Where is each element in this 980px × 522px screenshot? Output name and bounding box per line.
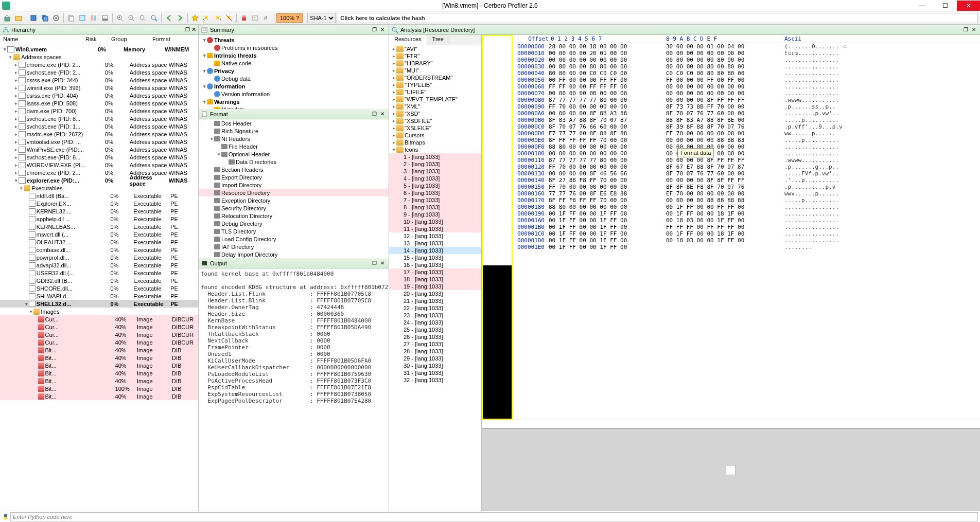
hex-line[interactable]: 0000019000 1F FF 00 00 1F FF 0000 1F FF … [513, 210, 980, 217]
tree-row[interactable]: advapi32.dll... 0% Executable PE [0, 261, 198, 269]
resource-folder[interactable]: ▸"XSD" [389, 110, 481, 117]
preview-vscroll[interactable] [972, 429, 980, 502]
resource-hscroll[interactable] [389, 502, 481, 511]
hex-line[interactable]: 0000000028 00 00 00 18 00 00 0030 00 00 … [513, 43, 980, 50]
tree-row[interactable]: ntdll.dll (Ba... 0% Executable PE [0, 192, 198, 200]
hex-line[interactable]: 00000150FF 70 00 00 00 00 00 008F 8F 8E … [513, 184, 980, 190]
risk-badge[interactable]: 100% ? [276, 13, 303, 23]
hex-line[interactable]: 0000016077 77 76 00 8F E6 E8 88EF 70 00 … [513, 190, 980, 197]
tb-clearbm-icon[interactable] [224, 13, 234, 23]
resource-item[interactable]: 11 - [lang:1033] [389, 225, 481, 232]
resource-item[interactable]: 20 - [lang:1033] [389, 290, 481, 297]
resource-item[interactable]: 26 - [lang:1033] [389, 333, 481, 340]
tree-row[interactable]: ▸ svchost.exe (PID: 1... 0% Address spac… [0, 122, 198, 130]
panel-close-icon[interactable]: ✕ [378, 111, 387, 118]
resource-item[interactable]: 30 - [lang:1033] [389, 362, 481, 369]
hex-line[interactable]: 0000010000 00 00 00 00 00 00 0000 00 00 … [513, 150, 980, 157]
format-row[interactable]: ▾Optional Header [199, 150, 389, 158]
resource-folder[interactable]: ▸"TYPELIB" [389, 81, 481, 88]
tree-row[interactable]: Explorer.EX... 0% Executable PE [0, 200, 198, 207]
format-row[interactable]: File Header [199, 142, 389, 150]
maximize-button[interactable]: ☐ [934, 1, 957, 11]
tree-row[interactable]: ▸ csrss.exe (PID: 404) 0% Address space … [0, 92, 198, 99]
hex-line[interactable]: 000000D0F7 77 77 00 8F 88 8E 88EF 70 00 … [513, 130, 980, 137]
preview-tree
-hscroll[interactable] [482, 502, 972, 511]
python-input[interactable] [10, 512, 978, 521]
expand-icon[interactable]: ▸ [14, 70, 19, 75]
expand-icon[interactable]: ▸ [14, 139, 19, 145]
format-row[interactable]: Delay Import Directory [199, 250, 389, 258]
tree-row[interactable]: GDI32.dll (B... 0% Executable PE [0, 277, 198, 284]
resource-folder[interactable]: ▸Bitmaps [389, 139, 481, 146]
expand-icon[interactable]: ▾ [29, 309, 33, 314]
tb-search-icon[interactable] [149, 13, 159, 23]
resource-item[interactable]: 15 - [lang:1033] [389, 254, 481, 261]
format-row[interactable]: IAT Directory [199, 243, 389, 250]
tree-row[interactable]: msvcrt.dll (... 0% Executable PE [0, 230, 198, 238]
hex-line[interactable]: 0000003000 80 00 00 80 80 00 0080 00 00 … [513, 63, 980, 70]
hex-hscroll[interactable] [482, 420, 980, 428]
resource-item[interactable]: 21 - [lang:1033] [389, 297, 481, 304]
resource-folder[interactable]: ▸"XSDFILE" [389, 117, 481, 124]
tb-hash-icon[interactable]: # [261, 13, 272, 23]
expand-icon[interactable]: ▸ [14, 62, 19, 67]
summary-item[interactable]: Debug data [199, 75, 389, 82]
summary-section[interactable]: ▾Warnings [199, 98, 389, 105]
tb-copy-icon[interactable] [66, 13, 76, 23]
resource-item[interactable]: 23 - [lang:1033] [389, 312, 481, 319]
resource-folder[interactable]: ▸"LIBRARY" [389, 60, 481, 67]
tree-row[interactable]: Cur... 40% Image DIBCUR [0, 338, 198, 346]
panel-undock-icon[interactable]: ❐ [961, 26, 970, 33]
panel-close-icon[interactable]: ✕ [191, 26, 196, 33]
tree-row[interactable]: Cur... 40% Image DIBCUR [0, 323, 198, 331]
tree-row[interactable]: Bit... 40% Image DIB [0, 354, 198, 362]
resource-folder[interactable]: ▸"MUI" [389, 67, 481, 74]
expand-icon[interactable]: ▸ [14, 163, 19, 168]
tree-row[interactable]: ▸ wininit.exe (PID: 396) 0% Address spac… [0, 84, 198, 92]
hex-line[interactable]: 0000013000 00 00 00 8F 46 56 668F 70 07 … [513, 170, 980, 177]
expand-icon[interactable]: ▸ [14, 93, 19, 98]
format-row[interactable]: Section Headers [199, 166, 389, 173]
tree-row[interactable]: Bit... 40% Image DIB [0, 392, 198, 400]
resource-item[interactable]: 2 - [lang:1033] [389, 160, 481, 168]
expand-icon[interactable]: ▸ [391, 82, 396, 87]
summary-item[interactable]: Native code [199, 59, 389, 67]
resource-item[interactable]: 6 - [lang:1033] [389, 189, 481, 196]
panel-close-icon[interactable]: ✕ [970, 26, 978, 33]
hex-line[interactable]: 00000120FF 70 00 00 00 00 00 008F 67 E7 … [513, 164, 980, 170]
hex-line[interactable]: 0000001000 00 00 00 20 01 00 0000 00 00 … [513, 50, 980, 57]
format-row[interactable]: Export Directory [199, 173, 389, 181]
tree-row[interactable]: ▾ Address spaces [0, 53, 198, 61]
hex-line[interactable]: 000001A000 1F FF 00 00 1F FF 0000 18 03 … [513, 217, 980, 224]
tb-zoomout-icon[interactable]: - [126, 13, 136, 23]
tb-home-icon[interactable] [2, 13, 12, 23]
format-row[interactable]: Import Directory [199, 181, 389, 189]
panel-undock-icon[interactable]: ❐ [370, 111, 378, 118]
expand-icon[interactable]: ▸ [14, 85, 19, 91]
close-button[interactable]: ✕ [957, 1, 980, 11]
summary-tree[interactable]: ▾ThreatsProblems in resources▾Intrinsic … [199, 35, 389, 109]
summary-item[interactable]: Problems in resources [199, 44, 389, 51]
expand-icon[interactable]: ▸ [391, 53, 396, 59]
resource-item[interactable]: 4 - [lang:1033] [389, 175, 481, 182]
expand-icon[interactable]: ▾ [2, 47, 7, 52]
tree-row[interactable]: ▾ SHELL32.d... 0% Executable PE [0, 300, 198, 308]
hex-line[interactable]: 0000005000 FF 00 00 00 FF FF 00FF 00 00 … [513, 77, 980, 83]
tb-back-icon[interactable] [164, 13, 174, 23]
expand-icon[interactable]: ▸ [391, 118, 396, 123]
resource-item[interactable]: 5 - [lang:1033] [389, 182, 481, 189]
hex-minimap[interactable] [482, 35, 513, 420]
tb-zoomfit-icon[interactable] [137, 13, 148, 23]
tree-row[interactable]: Bit... 40% Image DIB [0, 377, 198, 385]
format-row[interactable]: Exception Directory [199, 196, 389, 204]
tree-row[interactable]: combase.dl... 0% Executable PE [0, 246, 198, 254]
format-row[interactable]: Load Config Directory [199, 235, 389, 243]
summary-item[interactable]: Version information [199, 90, 389, 98]
expand-icon[interactable]: ▸ [14, 124, 19, 129]
resource-item[interactable]: 8 - [lang:1033] [389, 204, 481, 211]
resource-folder[interactable]: ▸"WEVT_TEMPLATE" [389, 96, 481, 103]
format-row[interactable]: Rich Signature [199, 127, 389, 135]
tree-row[interactable]: ▸ svchost.exe (PID: 8... 0% Address spac… [0, 115, 198, 122]
expand-icon[interactable]: ▾ [19, 186, 24, 191]
hex-line[interactable]: 000000F088 80 00 00 00 00 00 0000 00 00 … [513, 143, 980, 150]
